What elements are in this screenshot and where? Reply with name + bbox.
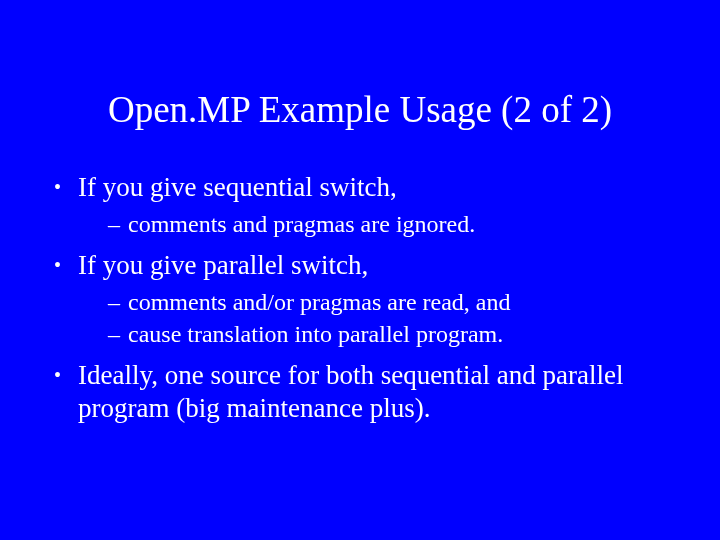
bullet-text: Ideally, one source for both sequential … bbox=[78, 360, 624, 424]
sub-list: comments and pragmas are ignored. bbox=[78, 209, 672, 239]
sub-list: comments and/or pragmas are read, and ca… bbox=[78, 287, 672, 349]
bullet-item: Ideally, one source for both sequential … bbox=[48, 359, 672, 427]
sub-item: comments and pragmas are ignored. bbox=[108, 209, 672, 239]
bullet-item: If you give parallel switch, comments an… bbox=[48, 249, 672, 349]
bullet-item: If you give sequential switch, comments … bbox=[48, 171, 672, 239]
sub-item: cause translation into parallel program. bbox=[108, 319, 672, 349]
bullet-text: If you give sequential switch, bbox=[78, 172, 397, 202]
sub-text: comments and/or pragmas are read, and bbox=[128, 289, 511, 315]
sub-text: cause translation into parallel program. bbox=[128, 321, 503, 347]
sub-item: comments and/or pragmas are read, and bbox=[108, 287, 672, 317]
bullet-text: If you give parallel switch, bbox=[78, 250, 368, 280]
slide-title: Open.MP Example Usage (2 of 2) bbox=[0, 0, 720, 171]
slide: Open.MP Example Usage (2 of 2) If you gi… bbox=[0, 0, 720, 540]
bullet-list: If you give sequential switch, comments … bbox=[0, 171, 720, 426]
sub-text: comments and pragmas are ignored. bbox=[128, 211, 475, 237]
